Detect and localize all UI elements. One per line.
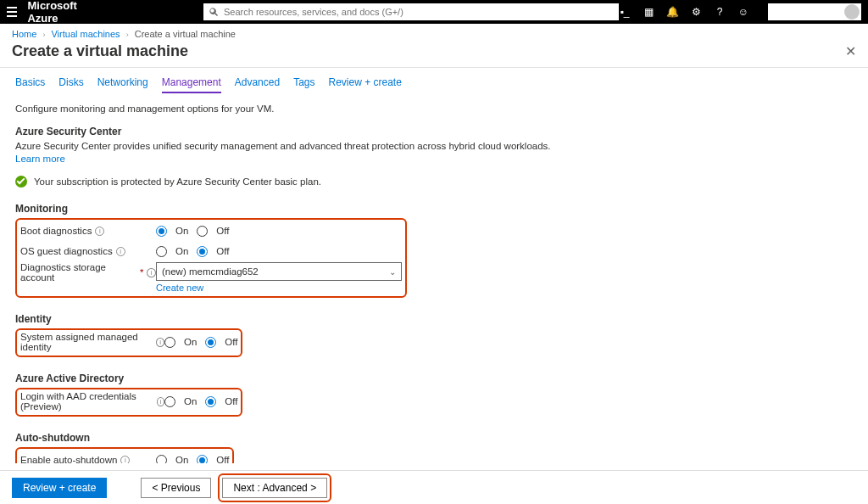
aad-heading: Azure Active Directory (15, 372, 856, 384)
os-guest-off[interactable] (197, 246, 208, 257)
tab-tags[interactable]: Tags (293, 76, 314, 93)
boot-diag-off[interactable] (197, 226, 208, 237)
boot-diag-label: Boot diagnosticsi (20, 226, 156, 236)
avatar (844, 4, 860, 20)
tab-basics[interactable]: Basics (15, 76, 45, 93)
blade-header: Create a virtual machine ✕ (0, 41, 868, 68)
highlight-identity: System assigned managed identityi On Off (15, 328, 242, 357)
top-icons: ▪_ ▦ 🔔 ⚙ ? ☺ (619, 3, 861, 20)
chevron-right-icon: › (42, 31, 45, 39)
menu-icon[interactable] (7, 7, 17, 17)
info-icon[interactable]: i (157, 397, 164, 406)
autoshutdown-radio[interactable]: On Off (156, 455, 229, 464)
search-input[interactable] (224, 7, 614, 17)
cloud-shell-icon[interactable]: ▪_ (619, 6, 631, 18)
info-icon[interactable]: i (116, 247, 125, 256)
os-guest-label: OS guest diagnosticsi (20, 246, 156, 256)
monitoring-heading: Monitoring (15, 203, 856, 215)
content: Basics Disks Networking Management Advan… (0, 68, 868, 463)
search-icon (209, 7, 219, 17)
asc-text: Azure Security Center provides unified s… (15, 141, 856, 151)
global-search[interactable] (203, 3, 619, 20)
highlight-autoshutdown: Enable auto-shutdowni On Off (15, 447, 234, 463)
previous-button[interactable]: < Previous (141, 478, 211, 498)
aad-login-on[interactable] (164, 396, 175, 407)
review-create-button[interactable]: Review + create (12, 478, 107, 498)
sys-identity-label: System assigned managed identityi (20, 332, 164, 352)
highlight-monitoring: Boot diagnosticsi On Off OS guest diagno… (15, 218, 407, 298)
settings-icon[interactable]: ⚙ (690, 6, 702, 18)
os-guest-radio[interactable]: On Off (156, 246, 229, 257)
asc-heading: Azure Security Center (15, 126, 856, 137)
asc-learn-more[interactable]: Learn more (15, 154, 65, 164)
os-guest-on[interactable] (156, 246, 167, 257)
tab-review[interactable]: Review + create (329, 76, 402, 93)
protected-row: Your subscription is protected by Azure … (15, 176, 856, 188)
info-icon[interactable]: i (120, 456, 130, 464)
breadcrumb-home[interactable]: Home (12, 29, 36, 39)
tab-advanced[interactable]: Advanced (235, 76, 280, 93)
next-button[interactable]: Next : Advanced > (222, 478, 327, 498)
breadcrumb-vms[interactable]: Virtual machines (51, 29, 120, 39)
breadcrumb: Home › Virtual machines › Create a virtu… (0, 24, 868, 41)
directory-icon[interactable]: ▦ (643, 6, 654, 18)
check-icon (15, 176, 27, 188)
close-icon[interactable]: ✕ (845, 43, 856, 59)
aad-login-radio[interactable]: On Off (164, 396, 237, 407)
footer: Review + create < Previous Next : Advanc… (0, 470, 868, 504)
identity-heading: Identity (15, 313, 856, 325)
brand: Microsoft Azure (27, 0, 85, 25)
tab-management[interactable]: Management (162, 76, 221, 93)
boot-diag-radio[interactable]: On Off (156, 226, 229, 237)
aad-login-off[interactable] (205, 396, 216, 407)
boot-diag-on[interactable] (156, 226, 167, 237)
highlight-next: Next : Advanced > (218, 473, 331, 502)
autoshutdown-off[interactable] (197, 455, 208, 464)
info-icon[interactable]: i (156, 338, 164, 347)
sys-identity-on[interactable] (164, 337, 175, 348)
tab-networking[interactable]: Networking (97, 76, 148, 93)
autoshutdown-on[interactable] (156, 455, 167, 464)
tab-disks[interactable]: Disks (58, 76, 83, 93)
create-new-link[interactable]: Create new (156, 283, 402, 293)
help-icon[interactable]: ? (714, 6, 726, 18)
diag-storage-label: Diagnostics storage account * i (20, 262, 156, 283)
topbar: Microsoft Azure ▪_ ▦ 🔔 ⚙ ? ☺ (0, 0, 868, 24)
autoshutdown-heading: Auto-shutdown (15, 432, 856, 444)
info-icon[interactable]: i (147, 268, 156, 277)
intro-text: Configure monitoring and management opti… (15, 104, 856, 114)
user-account[interactable] (768, 3, 861, 20)
chevron-down-icon: ⌄ (389, 267, 396, 277)
breadcrumb-current: Create a virtual machine (135, 29, 236, 39)
info-icon[interactable]: i (95, 227, 104, 236)
chevron-right-icon: › (126, 31, 129, 39)
sys-identity-off[interactable] (205, 337, 216, 348)
autoshutdown-label: Enable auto-shutdowni (20, 455, 156, 463)
protected-text: Your subscription is protected by Azure … (34, 176, 321, 187)
aad-login-label: Login with AAD credentials (Preview)i (20, 391, 164, 412)
tabs: Basics Disks Networking Management Advan… (15, 76, 856, 93)
highlight-aad: Login with AAD credentials (Preview)i On… (15, 388, 242, 417)
feedback-icon[interactable]: ☺ (737, 6, 749, 18)
page-title: Create a virtual machine (12, 42, 188, 60)
diag-storage-dropdown[interactable]: (new) memcmdiag652 ⌄ (156, 262, 402, 281)
notifications-icon[interactable]: 🔔 (666, 6, 678, 18)
sys-identity-radio[interactable]: On Off (164, 337, 237, 348)
